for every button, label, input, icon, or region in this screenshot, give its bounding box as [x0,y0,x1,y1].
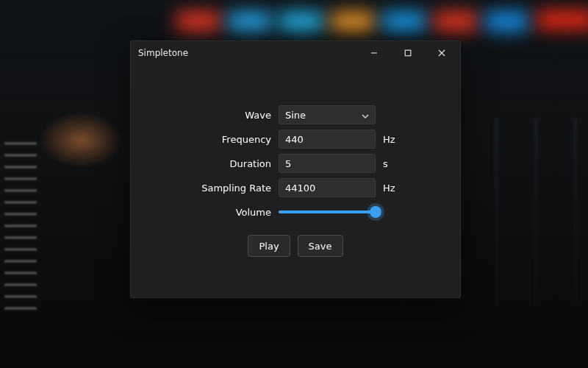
minimize-button[interactable] [357,41,391,65]
volume-slider[interactable] [279,202,376,222]
close-button[interactable] [425,41,459,65]
sampling-rate-input[interactable] [279,178,376,197]
window-content: Wave Sine Frequency Hz Duration s Sampli… [131,65,460,297]
frequency-label: Frequency [186,134,271,145]
slider-thumb[interactable] [370,206,381,218]
slider-fill [279,210,376,213]
wave-select[interactable]: Sine [279,105,376,124]
window-title: Simpletone [138,48,357,58]
titlebar[interactable]: Simpletone [131,41,460,65]
app-window: Simpletone Wave Sine Frequency Hz Durati… [130,40,461,298]
svg-rect-0 [405,50,411,56]
duration-label: Duration [186,158,271,169]
frequency-unit: Hz [383,134,405,145]
close-icon [438,49,445,57]
maximize-icon [404,49,412,57]
wave-label: Wave [186,110,271,121]
duration-unit: s [383,158,405,169]
button-row: Play Save [248,235,343,257]
duration-input[interactable] [279,154,376,173]
chevron-down-icon [362,111,369,118]
frequency-input[interactable] [279,130,376,149]
sampling-rate-label: Sampling Rate [186,183,271,194]
play-button[interactable]: Play [248,235,290,257]
minimize-icon [370,49,378,57]
wave-select-value: Sine [285,110,306,121]
sampling-rate-unit: Hz [383,183,405,194]
maximize-button[interactable] [391,41,425,65]
volume-label: Volume [186,207,271,218]
tone-form: Wave Sine Frequency Hz Duration s Sampli… [186,105,405,222]
save-button[interactable]: Save [298,235,343,257]
